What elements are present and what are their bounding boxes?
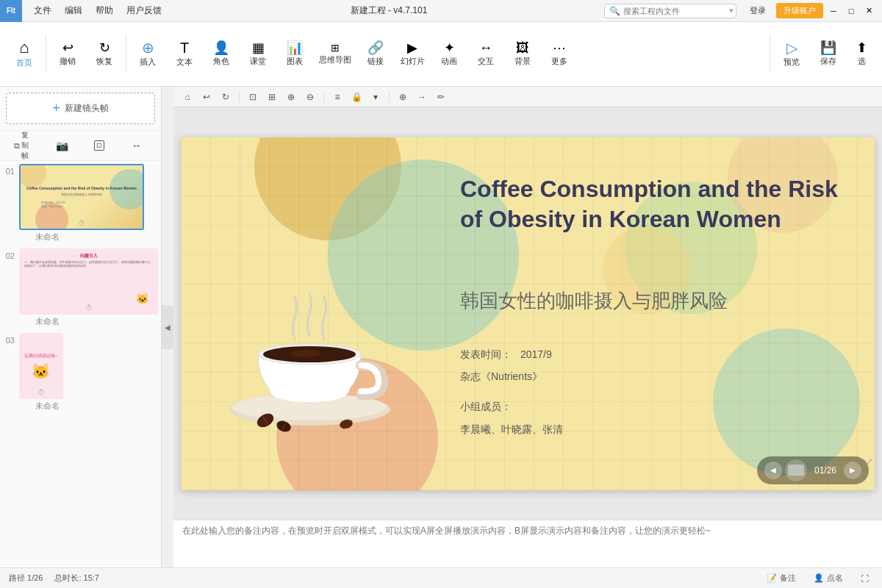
slide-item-2[interactable]: 02 问题引入 一、我们看不见某些问题，并不是因为它们太小，反而是因为它们太大了…	[3, 248, 158, 327]
toolbar-link[interactable]: 🔗 链接	[357, 38, 394, 70]
slide-thumbnail-1[interactable]: Coffee Consumption and the Risk of Obesi…	[19, 164, 144, 230]
page-info: 路径 1/26	[9, 573, 43, 584]
toolbar-more[interactable]: ⋯ 更多	[541, 38, 578, 70]
toolbar-redo[interactable]: ↻ 恢复	[86, 38, 123, 70]
sidebar-collapse-button[interactable]: ◀	[162, 305, 173, 349]
toolbar-text[interactable]: T 文本	[166, 37, 203, 71]
pointer-button[interactable]: 👤 点名	[809, 571, 847, 585]
toolbar-classroom-label: 课堂	[250, 56, 266, 67]
toolbar-mindmap[interactable]: ⊞ 思维导图	[313, 40, 357, 68]
canvas-back-btn[interactable]: ↩	[198, 89, 215, 105]
notes-icon: 📝	[767, 573, 777, 583]
toolbar-character[interactable]: 👤 角色	[203, 38, 240, 70]
toolbar-chart-label: 图表	[287, 56, 303, 67]
maximize-button[interactable]: □	[844, 4, 858, 18]
canvas-link-btn[interactable]: →	[414, 89, 430, 105]
slide-thumbnail-2[interactable]: 问题引入 一、我们看不见某些问题，并不是因为它们太小，反而是因为它们太大了。有些…	[19, 248, 158, 315]
slide-title-en: Coffee Consumption and the Risk of Obesi…	[460, 174, 853, 235]
canvas-align-btn[interactable]: ≡	[329, 89, 345, 105]
undo-icon: ↩	[62, 41, 74, 54]
expand-button[interactable]: ↔	[126, 135, 147, 156]
toolbar-chart[interactable]: 📊 图表	[276, 38, 313, 70]
copy-frame-button[interactable]: ⧉ 复制帧	[14, 135, 35, 156]
notes-expand-button[interactable]: ⤢	[866, 456, 873, 467]
menu-feedback[interactable]: 用户反馈	[121, 1, 168, 20]
toolbar-save[interactable]: 💾 保存	[810, 38, 847, 70]
canvas-home-btn[interactable]: ⌂	[179, 89, 196, 105]
slide-thumbnail-small	[785, 459, 807, 481]
canvas-edit-btn[interactable]: ✏	[433, 89, 449, 105]
canvas-lock-btn[interactable]: 🔒	[348, 89, 365, 105]
slides-list: 01 Coffee Consumption and the Risk of Ob…	[0, 161, 161, 567]
canvas-zoom-out-btn[interactable]: ⊖	[302, 89, 318, 105]
canvas-image-btn[interactable]: ▾	[368, 89, 384, 105]
toolbar-home[interactable]: ⌂ 首页	[6, 37, 43, 71]
camera-button[interactable]: 📷	[51, 135, 72, 156]
slide-info: 发表时间： 2017/9 杂志《Nutrients》 小组成员： 李晨曦、叶晓露…	[460, 343, 563, 441]
slide-item-3[interactable]: 03 让我们试目以待~ 🐱 ⏱ 未命名	[3, 333, 158, 412]
toolbar-undo[interactable]: ↩ 撤销	[49, 38, 86, 70]
toolbar-background-label: 背景	[514, 56, 531, 67]
search-input[interactable]	[623, 7, 725, 15]
toolbar-undo-label: 撤销	[60, 56, 76, 67]
canvas-wrapper[interactable]: Coffee Consumption and the Risk of Obesi…	[173, 107, 882, 520]
login-button[interactable]: 登录	[742, 3, 773, 18]
slide-prev-button[interactable]: ◀	[764, 462, 782, 479]
link-icon: 🔗	[368, 41, 384, 54]
toolbar-export[interactable]: ⬆ 选	[847, 38, 876, 70]
copy-icon: ⧉	[14, 141, 20, 151]
toolbar-slides-label: 幻灯片	[401, 56, 425, 67]
slide-canvas[interactable]: Coffee Consumption and the Risk of Obesi…	[181, 137, 875, 490]
insert-icon: ⊕	[142, 40, 154, 55]
toolbar-home-label: 首页	[16, 57, 32, 68]
menu-file[interactable]: 文件	[28, 1, 57, 20]
toolbar-classroom[interactable]: ▦ 课堂	[240, 38, 276, 70]
grid-view-button[interactable]: ⊡	[89, 135, 110, 156]
search-box[interactable]: 🔍 ▼	[604, 4, 736, 18]
app-icon: FIt	[0, 0, 22, 22]
minimize-button[interactable]: ─	[826, 4, 841, 18]
team-members: 李晨曦、叶晓露、张清	[460, 418, 563, 441]
copy-frame-label: 复制帧	[21, 130, 35, 161]
toolbar-separator-3	[770, 36, 770, 73]
toolbar-animation[interactable]: ✦ 动画	[431, 38, 467, 70]
notes-area	[173, 520, 882, 567]
toolbar-link-label: 链接	[368, 56, 384, 67]
menu-edit[interactable]: 编辑	[59, 1, 88, 20]
toolbar-interact[interactable]: ↔ 交互	[467, 38, 504, 70]
upgrade-button[interactable]: 升级账户	[776, 3, 823, 18]
search-dropdown-icon[interactable]: ▼	[728, 7, 735, 15]
add-frame-label: 新建镜头帧	[65, 102, 109, 115]
toolbar-slides[interactable]: ▶ 幻灯片	[394, 38, 431, 70]
chart-icon: 📊	[287, 41, 303, 54]
time-icon-1: ⏱	[78, 219, 85, 227]
export-icon: ⬆	[856, 41, 867, 54]
toolbar-export-label: 选	[858, 56, 866, 67]
canvas-grid-btn[interactable]: ⊞	[264, 89, 280, 105]
notes-input[interactable]	[182, 525, 873, 563]
toolbar-background[interactable]: 🖼 背景	[504, 38, 541, 70]
toolbar-preview-label: 预览	[784, 57, 800, 68]
slide-thumbnail-3[interactable]: 让我们试目以待~ 🐱 ⏱	[19, 333, 63, 399]
slide-number-2: 02	[3, 248, 15, 327]
slide-next-button[interactable]: ▶	[844, 462, 861, 479]
background-icon: 🖼	[516, 41, 529, 54]
window-controls: 登录 升级账户 ─ □ ✕	[736, 3, 882, 18]
add-frame-button[interactable]: + 新建镜头帧	[6, 93, 155, 124]
menu-help[interactable]: 帮助	[90, 1, 119, 20]
fullscreen-button[interactable]: ⛶	[856, 573, 873, 584]
toolbar-insert[interactable]: ⊕ 插入	[129, 37, 166, 71]
menu-bar: 文件 编辑 帮助 用户反馈	[22, 1, 173, 20]
notes-label: 备注	[780, 573, 796, 584]
toolbar-insert-label: 插入	[140, 57, 156, 68]
canvas-forward-btn[interactable]: ↻	[218, 89, 234, 105]
notes-button[interactable]: 📝 备注	[762, 571, 800, 585]
close-button[interactable]: ✕	[861, 4, 876, 18]
canvas-add-btn[interactable]: ⊕	[395, 89, 411, 105]
slide-item-1[interactable]: 01 Coffee Consumption and the Risk of Ob…	[3, 164, 158, 243]
canvas-fit-btn[interactable]: ⊡	[245, 89, 261, 105]
toolbar-preview[interactable]: ▷ 预览	[773, 37, 810, 71]
canvas-zoom-in-btn[interactable]: ⊕	[283, 89, 299, 105]
animation-icon: ✦	[444, 41, 455, 54]
slide-name-3: 未命名	[19, 401, 63, 412]
